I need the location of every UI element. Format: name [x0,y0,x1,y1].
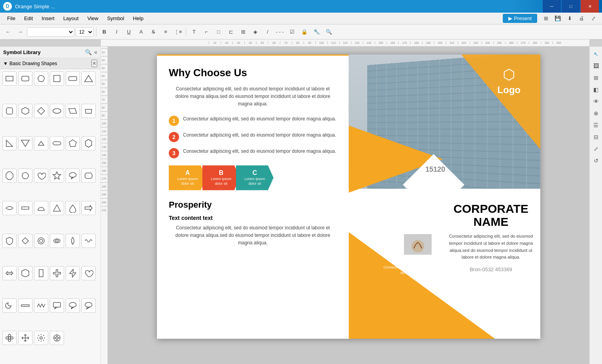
shape-hexagon3[interactable] [18,266,32,280]
rp-view-tool[interactable]: 👁 [591,96,601,107]
shape-pill[interactable] [50,136,64,150]
italic-button[interactable]: I [111,26,122,38]
shape-rounded-diamond[interactable] [66,234,80,248]
font-color-button[interactable]: A [136,26,147,38]
bold-button[interactable]: B [99,26,110,38]
shape-pentagon[interactable] [66,136,80,150]
shape-rectangle[interactable] [2,71,17,86]
shape-cross[interactable] [50,266,64,280]
shape-star[interactable] [50,169,64,183]
shape-rtriangle[interactable] [2,136,17,150]
checkbox-tool[interactable]: ☑ [287,26,298,38]
shape-wavy[interactable] [81,234,96,248]
rp-table-tool2[interactable]: ☰ [591,120,601,130]
shape-lightning[interactable] [66,266,80,280]
shape-move[interactable] [18,331,32,345]
toolbar-download[interactable]: ⬇ [564,13,575,24]
shape-wheel[interactable] [50,331,64,345]
redo-button[interactable]: → [15,26,26,38]
present-button[interactable]: ▶ Present [503,14,537,23]
shape-rounded-rect[interactable] [18,71,32,86]
category-close-button[interactable]: ✕ [91,60,97,67]
sidebar-collapse-button[interactable]: « [94,49,97,55]
shape-diamond2[interactable] [18,234,32,248]
shape-heart2[interactable] [81,266,96,280]
shape-triangle[interactable] [81,71,96,86]
toolbar-extra-1[interactable]: ⊞ [540,13,551,24]
shape-flower[interactable] [2,331,17,345]
align-more[interactable]: ⋮≡ [172,26,183,38]
connector-tool[interactable]: ⌐ [201,26,212,38]
shape-oval-speech[interactable] [81,298,96,313]
shape-half-circle[interactable] [34,201,48,215]
shape-bar[interactable] [18,298,32,313]
shape-crescent[interactable] [2,298,17,313]
dash-tool[interactable]: - - - [274,26,285,38]
shape-thin-rect[interactable] [18,201,32,215]
table-tool[interactable]: ⊞ [238,26,249,38]
align-left[interactable]: ≡ [160,26,171,38]
rp-layers-tool[interactable]: ◧ [591,84,601,95]
shape-heart[interactable] [34,169,48,183]
shape-shield[interactable] [2,234,17,248]
wrench-tool[interactable]: 🔧 [311,26,322,38]
toolbar-save[interactable]: 💾 [552,13,563,24]
menu-symbol[interactable]: Symbol [103,14,128,23]
shape-ring[interactable] [34,234,48,248]
line-tool[interactable]: / [262,26,273,38]
rp-align-tool[interactable]: ⊟ [591,132,601,142]
shape-octagon[interactable] [2,169,17,183]
shape-bubble[interactable] [66,298,80,313]
close-button[interactable]: ✕ [581,0,599,13]
shape-wedge[interactable] [50,201,64,215]
shape-drop[interactable] [66,201,80,215]
shape-circle[interactable] [34,71,48,86]
shape-trapezoid[interactable] [81,104,96,118]
rp-history-tool[interactable]: ↺ [591,156,601,166]
sidebar-search-button[interactable]: 🔍 [85,49,92,55]
shape-diamond[interactable] [34,104,48,118]
shape-small-tri[interactable] [34,136,48,150]
text-tool[interactable]: T [189,26,200,38]
fill-tool[interactable]: ◈ [250,26,261,38]
font-family-select[interactable] [27,27,74,37]
shape-rounded-square[interactable] [2,104,17,118]
undo-button[interactable]: ← [2,26,13,38]
shape-hexagon[interactable] [18,104,32,118]
text-strikethrough[interactable]: S̶ [148,26,159,38]
menu-layout[interactable]: Layout [59,14,83,23]
clip-tool[interactable]: ⊏ [225,26,236,38]
menu-insert[interactable]: Insert [38,14,59,23]
rp-photo-tool[interactable]: 🖼 [591,61,601,71]
shape-parallelogram[interactable] [66,104,80,118]
menu-view[interactable]: View [83,14,102,23]
shape-tool[interactable]: □ [213,26,224,38]
shape-itriangle[interactable] [18,136,32,150]
shape-tall-rect[interactable] [34,266,48,280]
search-button[interactable]: 🔍 [323,26,334,38]
shape-circle2[interactable] [18,169,32,183]
shape-hexagon2[interactable] [81,136,96,150]
font-size-select[interactable]: 12 [75,27,94,37]
rp-stack-tool[interactable]: ⊕ [591,108,601,118]
shape-square[interactable] [50,71,64,86]
shape-speech[interactable] [50,298,64,313]
rp-grid-tool[interactable]: ⊞ [591,73,601,83]
shape-donut[interactable] [50,234,64,248]
menu-edit[interactable]: Edit [20,14,37,23]
shape-cushion[interactable] [2,201,17,215]
shape-rect-rounded[interactable] [81,169,96,183]
shape-wave2[interactable] [34,298,48,313]
rp-select-tool[interactable]: ↖ [591,49,601,59]
shape-ellipse[interactable] [50,104,64,118]
shape-wide-rect[interactable] [66,71,80,86]
shape-gear[interactable] [34,331,48,345]
underline-button[interactable]: U [123,26,134,38]
menu-file[interactable]: File [3,14,19,23]
toolbar-print[interactable]: 🖨 [576,13,587,24]
shape-arrow-right[interactable] [81,201,96,215]
toolbar-share[interactable]: ⤤ [588,13,599,24]
maximize-button[interactable]: □ [562,0,580,13]
shape-arrow-both[interactable] [2,266,17,280]
menu-help[interactable]: Help [129,14,147,23]
